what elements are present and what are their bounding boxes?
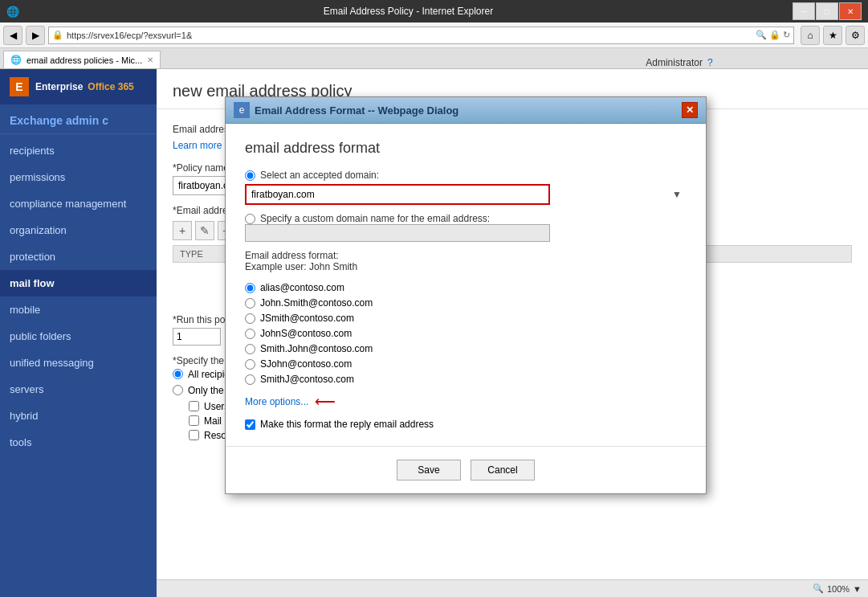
email-format-radio-6[interactable]	[245, 374, 255, 385]
restore-button[interactable]: □	[816, 2, 838, 20]
email-format-label-2: JSmith@contoso.com	[260, 313, 354, 324]
dialog-close-button[interactable]: ✕	[682, 102, 698, 118]
sidebar-header: E Enterprise Office 365	[0, 69, 157, 104]
custom-domain-radio[interactable]	[245, 214, 255, 224]
admin-bar: Administrator ?	[164, 57, 712, 68]
custom-domain-label: Specify a custom domain name for the ema…	[260, 213, 490, 224]
all-recipient-types-radio[interactable]	[173, 369, 183, 379]
office-logo: E	[10, 77, 29, 96]
home-button[interactable]: ⌂	[801, 26, 820, 45]
sidebar-item-tools[interactable]: tools	[0, 429, 157, 456]
email-option-6: SmithJ@contoso.com	[245, 374, 687, 385]
add-format-button[interactable]: +	[173, 221, 192, 240]
sidebar-item-mailflow[interactable]: mail flow	[0, 270, 157, 296]
email-format-radio-4[interactable]	[245, 344, 255, 354]
close-button[interactable]: ✕	[839, 2, 862, 20]
dialog-icon-text: e	[239, 104, 245, 116]
reply-format-row: Make this format the reply email address	[245, 419, 687, 430]
browser-title: Email Address Policy - Internet Explorer	[24, 6, 793, 17]
email-format-options: alias@contoso.com John.Smith@contoso.com…	[245, 282, 687, 385]
window-controls[interactable]: ─ □ ✕	[793, 2, 862, 20]
sidebar-nav: recipients permissions compliance manage…	[0, 134, 157, 597]
more-options-link[interactable]: More options...	[245, 396, 308, 407]
forward-button[interactable]: ▶	[26, 26, 45, 45]
sequence-input[interactable]	[173, 328, 221, 346]
tab-icon: 🌐	[10, 55, 22, 65]
url-text: https://srvex16/ecp/?exsvurl=1&	[67, 31, 752, 40]
sidebar-item-protection[interactable]: protection	[0, 243, 157, 270]
email-format-label-3: JohnS@contoso.com	[260, 328, 352, 339]
email-option-5: SJohn@contoso.com	[245, 358, 687, 370]
tab-label: email address policies - Mic...	[26, 55, 142, 65]
email-format-radio-5[interactable]	[245, 359, 255, 370]
custom-domain-radio-label: Specify a custom domain name for the ema…	[245, 213, 687, 224]
cancel-button[interactable]: Cancel	[471, 460, 535, 480]
window-left: 🌐	[6, 6, 24, 18]
dialog-title-left: e Email Address Format -- Webpage Dialog	[234, 102, 458, 118]
email-option-3: JohnS@contoso.com	[245, 328, 687, 339]
sidebar-item-organization[interactable]: organization	[0, 217, 157, 243]
browser-title-bar: 🌐 Email Address Policy - Internet Explor…	[0, 0, 868, 22]
users-exchange-mailbox-checkbox[interactable]	[189, 401, 199, 411]
select-domain-row: Select an accepted domain: firatboyan.co…	[245, 170, 687, 205]
dialog-section-title: email address format	[245, 140, 687, 157]
sidebar-item-unifiedmessaging[interactable]: unified messaging	[0, 350, 157, 376]
help-dropdown[interactable]: ?	[707, 57, 713, 68]
address-bar-icons: 🔍 🔒 ↻	[756, 30, 790, 40]
email-address-format-dialog: e Email Address Format -- Webpage Dialog…	[225, 96, 707, 494]
sidebar-item-publicfolders[interactable]: public folders	[0, 323, 157, 350]
active-tab[interactable]: 🌐 email address policies - Mic... ✕	[3, 51, 161, 68]
tab-bar: 🌐 email address policies - Mic... ✕ Admi…	[0, 48, 868, 69]
zoom-level: 100%	[827, 584, 850, 594]
zoom-arrow[interactable]: ▼	[853, 584, 862, 594]
custom-domain-row: Specify a custom domain name for the ema…	[245, 213, 687, 242]
search-glass-icon[interactable]: 🔍	[756, 30, 767, 40]
sidebar-item-permissions[interactable]: permissions	[0, 164, 157, 190]
select-arrow-icon: ▼	[672, 189, 682, 200]
reply-format-label: Make this format the reply email address	[260, 419, 434, 430]
email-format-radio-3[interactable]	[245, 329, 255, 339]
lock-icon[interactable]: 🔒	[769, 30, 780, 40]
resource-mailboxes-checkbox[interactable]	[189, 430, 199, 440]
reply-format-checkbox[interactable]	[245, 419, 255, 430]
email-format-label-5: SJohn@contoso.com	[260, 358, 352, 370]
admin-label: Administrator	[646, 57, 703, 68]
email-option-0: alias@contoso.com	[245, 282, 687, 293]
dialog-icon: e	[234, 102, 250, 118]
sidebar-item-servers[interactable]: servers	[0, 376, 157, 403]
back-button[interactable]: ◀	[3, 26, 22, 45]
favorites-button[interactable]: ★	[823, 26, 842, 45]
only-following-radio[interactable]	[173, 385, 183, 395]
security-icon: 🔒	[52, 30, 63, 40]
zoom-status: 🔍 100% ▼	[813, 583, 862, 594]
sidebar-item-compliance[interactable]: compliance management	[0, 190, 157, 217]
zoom-icon: 🔍	[813, 583, 824, 594]
brand-office: Office 365	[88, 81, 133, 92]
browser-right-icons: ⌂ ★ ⚙	[801, 26, 865, 45]
settings-button[interactable]: ⚙	[846, 26, 865, 45]
sidebar-item-recipients[interactable]: recipients	[0, 137, 157, 164]
domain-select-wrapper: firatboyan.com ▼	[245, 184, 687, 205]
save-button[interactable]: Save	[397, 460, 461, 480]
sidebar-item-mobile[interactable]: mobile	[0, 296, 157, 323]
dialog-titlebar: e Email Address Format -- Webpage Dialog…	[226, 97, 706, 124]
tab-close-button[interactable]: ✕	[147, 55, 153, 64]
dialog-body: email address format Select an accepted …	[226, 124, 706, 446]
address-bar[interactable]: 🔒 https://srvex16/ecp/?exsvurl=1& 🔍 🔒 ↻	[48, 27, 794, 44]
navigation-bar: ◀ ▶ 🔒 https://srvex16/ecp/?exsvurl=1& 🔍 …	[0, 22, 868, 48]
edit-format-button[interactable]: ✎	[195, 221, 214, 240]
select-domain-radio-label: Select an accepted domain:	[245, 170, 687, 181]
sidebar: E Enterprise Office 365 Exchange admin c…	[0, 69, 157, 597]
email-format-radio-1[interactable]	[245, 298, 255, 309]
email-format-radio-2[interactable]	[245, 313, 255, 324]
email-format-radio-0[interactable]	[245, 283, 255, 293]
sidebar-title: Exchange admin c	[0, 104, 157, 134]
refresh-icon[interactable]: ↻	[783, 30, 790, 40]
domain-select[interactable]: firatboyan.com	[245, 184, 550, 205]
mail-users-external-checkbox[interactable]	[189, 415, 199, 426]
email-format-label-0: alias@contoso.com	[260, 282, 344, 293]
minimize-button[interactable]: ─	[793, 2, 815, 20]
custom-domain-input[interactable]	[245, 224, 550, 242]
sidebar-item-hybrid[interactable]: hybrid	[0, 403, 157, 429]
select-domain-radio[interactable]	[245, 170, 255, 181]
